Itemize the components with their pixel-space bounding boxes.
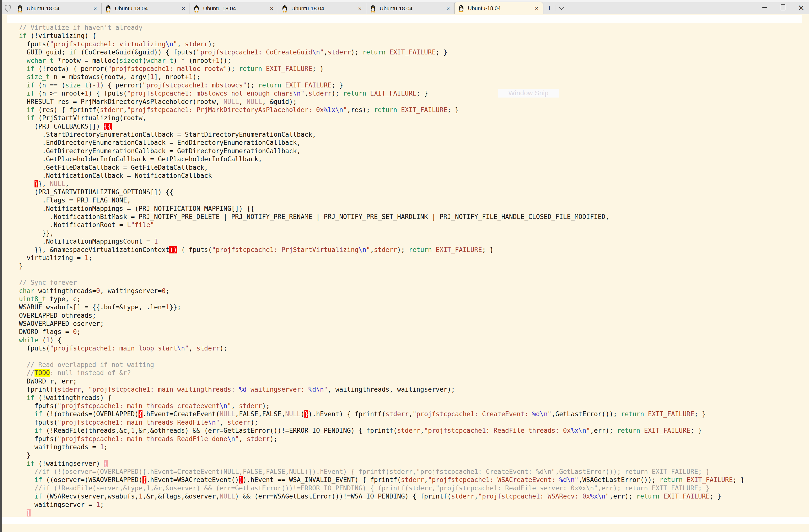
- tab-dropdown-chevron-icon[interactable]: [559, 5, 564, 10]
- code-line: // Sync forever: [7, 279, 744, 287]
- code-line: fputs("projfstcpcache1: main threads Rea…: [7, 435, 744, 443]
- code-line: if (!waitingthreads) {: [7, 394, 744, 402]
- tab-title: Ubuntu-18.04: [291, 5, 357, 12]
- code-line: if (!(othreads=(OVERLAPPED){.hEvent=Crea…: [7, 410, 744, 418]
- code-line: size_t n = mbstowcs(rootw, argv[1], nroo…: [7, 73, 744, 81]
- code-line: }}, NULL,: [7, 180, 744, 188]
- code-line: fputs("projfstcpcache1: main loop start\…: [7, 344, 744, 352]
- tab-close-icon[interactable]: ×: [269, 6, 274, 12]
- code-line: if (!virtualizing) {: [7, 32, 744, 40]
- tab-title: Ubuntu-18.04: [115, 5, 181, 12]
- code-line: // Read overlapped if not waiting: [7, 361, 744, 369]
- code-line: if (!ReadFile(threads,&c,1,&r,&othreads)…: [7, 427, 744, 435]
- code-line: if (!waitingserver) {: [7, 460, 744, 468]
- tab-title: Ubuntu-18.04: [203, 5, 269, 12]
- code-line: (PRJ_CALLBACKS[]) {{: [7, 122, 744, 130]
- maximize-icon: [781, 4, 785, 10]
- tux-penguin-icon: [104, 5, 112, 13]
- code-line: .NotificationCallback = NotificationCall…: [7, 172, 744, 180]
- admin-shield-icon: [2, 2, 13, 14]
- code-line: waitingthreads = 1;: [7, 443, 744, 451]
- code-line: HRESULT res = PrjMarkDirectoryAsPlacehol…: [7, 98, 744, 106]
- code-line: // Virtualize if haven't already: [7, 24, 744, 32]
- code-line: DWORD r, err;: [7, 377, 744, 386]
- code-line: [7, 353, 744, 361]
- code-line: }: [7, 262, 744, 270]
- code-line: DWORD flags = 0;: [7, 328, 744, 336]
- code-line: if (!rootw) { perror("projfstcpcache1: m…: [7, 65, 744, 73]
- minimize-button[interactable]: [760, 3, 770, 12]
- terminal-tab-4[interactable]: Ubuntu-18.04 ×: [278, 3, 366, 14]
- tab-close-icon[interactable]: ×: [92, 6, 98, 12]
- tab-close-icon[interactable]: ×: [181, 6, 186, 12]
- tab-title: Ubuntu-18.04: [27, 5, 92, 12]
- window-top-edge: [2, 0, 809, 2]
- code-line: fputs("projfstcpcache1: main threads Rea…: [7, 419, 744, 427]
- code-line: .NotificationMappingsCount = 1: [7, 237, 744, 246]
- code-line: if (n == (size_t)-1) { perror("projfstcp…: [7, 81, 744, 89]
- code-line: fprintf(stderr, "projfstcpcache1: main w…: [7, 386, 744, 394]
- vim-code-buffer[interactable]: // Virtualize if haven't already if (!vi…: [7, 24, 744, 517]
- code-line: uint8_t type, c;: [7, 295, 744, 303]
- window-snip-label: Window Snip: [508, 89, 548, 97]
- code-line: [7, 270, 744, 279]
- tux-penguin-icon: [16, 5, 24, 13]
- code-line: char waitingthreads=0, waitingserver=0;: [7, 287, 744, 295]
- code-line: WSABUF wsabufs[] = {{.buf=&type, .len=1}…: [7, 303, 744, 311]
- code-line: while (1) {: [7, 336, 744, 344]
- code-line: if (WSARecv(server,wsabufs,1,&r,&flags,&…: [7, 492, 744, 500]
- tab-title: Ubuntu-18.04: [468, 5, 534, 12]
- code-line: }: [7, 451, 744, 459]
- code-line: //TODO: null instead of &r?: [7, 369, 744, 377]
- window-snip-toast: Window Snip: [498, 89, 559, 97]
- tab-strip: Ubuntu-18.04 × Ubuntu-18.04 × Ubuntu-18.…: [13, 2, 543, 14]
- window-controls: ×: [760, 3, 806, 12]
- code-line: OVERLAPPED othreads;: [7, 312, 744, 320]
- code-line: virtualizing = 1;: [7, 254, 744, 262]
- code-line: if (PrjStartVirtualizing(rootw,: [7, 114, 744, 122]
- code-line: .GetPlaceholderInfoCallback = GetPlaceho…: [7, 155, 744, 163]
- code-line: GUID guid; if (CoCreateGuid(&guid)) { fp…: [7, 48, 744, 56]
- tab-close-icon[interactable]: ×: [357, 6, 363, 12]
- code-line: //if (!ReadFile(server,&type,1,&r,&oserv…: [7, 484, 744, 492]
- code-line: }: [7, 509, 744, 517]
- new-tab-button[interactable]: +: [547, 4, 552, 12]
- code-line: if (n >= nroot+1) { fputs("projfstcpcach…: [7, 89, 744, 97]
- code-line: //if (!(oserver=(OVERLAPPED){.hEvent=Cre…: [7, 468, 744, 476]
- tux-penguin-icon: [281, 5, 288, 13]
- code-line: WSAOVERLAPPED oserver;: [7, 320, 744, 328]
- terminal-tab-5[interactable]: Ubuntu-18.04 ×: [366, 3, 454, 14]
- tab-bar: Ubuntu-18.04 × Ubuntu-18.04 × Ubuntu-18.…: [2, 2, 809, 14]
- tux-penguin-icon: [458, 4, 465, 12]
- close-button[interactable]: ×: [796, 3, 806, 12]
- terminal-blank-row-top: [7, 15, 802, 23]
- tab-close-icon[interactable]: ×: [534, 5, 539, 11]
- terminal-pane[interactable]: // Virtualize if haven't already if (!vi…: [2, 14, 809, 532]
- terminal-tab-6[interactable]: Ubuntu-18.04 ×: [454, 2, 543, 14]
- terminal-blank-row-bottom: [2, 517, 809, 524]
- terminal-tab-3[interactable]: Ubuntu-18.04 ×: [190, 3, 278, 14]
- terminal-window: Ubuntu-18.04 × Ubuntu-18.04 × Ubuntu-18.…: [0, 0, 809, 532]
- code-line: }}, &namespaceVirtualizationContext)) { …: [7, 246, 744, 254]
- code-line: fputs("projfstcpcache1: main threads cre…: [7, 402, 744, 410]
- terminal-tab-1[interactable]: Ubuntu-18.04 ×: [13, 3, 102, 14]
- code-line: wchar_t *rootw = malloc(sizeof(wchar_t) …: [7, 57, 744, 65]
- code-line: .GetFileDataCallback = GetFileDataCallba…: [7, 163, 744, 172]
- code-line: .GetDirectoryEnumerationCallback = GetDi…: [7, 147, 744, 155]
- code-line: .NotificationMappings = (PRJ_NOTIFICATIO…: [7, 205, 744, 213]
- code-line: .NotificationRoot = L"file": [7, 221, 744, 229]
- code-line: .Flags = PRJ_FLAG_NONE,: [7, 196, 744, 205]
- terminal-tab-2[interactable]: Ubuntu-18.04 ×: [102, 3, 190, 14]
- maximize-button[interactable]: [778, 3, 788, 12]
- minimize-icon: [762, 7, 767, 7]
- code-line: waitingserver = 1;: [7, 501, 744, 509]
- code-line: fputs("projfstcpcache1: virtualizing\n",…: [7, 40, 744, 48]
- code-line: }},: [7, 229, 744, 237]
- tux-penguin-icon: [193, 5, 200, 13]
- tab-close-icon[interactable]: ×: [445, 6, 451, 12]
- tab-title: Ubuntu-18.04: [380, 5, 445, 12]
- code-line: .EndDirectoryEnumerationCallback = EndDi…: [7, 139, 744, 147]
- tux-penguin-icon: [369, 5, 377, 13]
- window-left-border: [0, 0, 2, 532]
- close-icon: ×: [798, 3, 805, 12]
